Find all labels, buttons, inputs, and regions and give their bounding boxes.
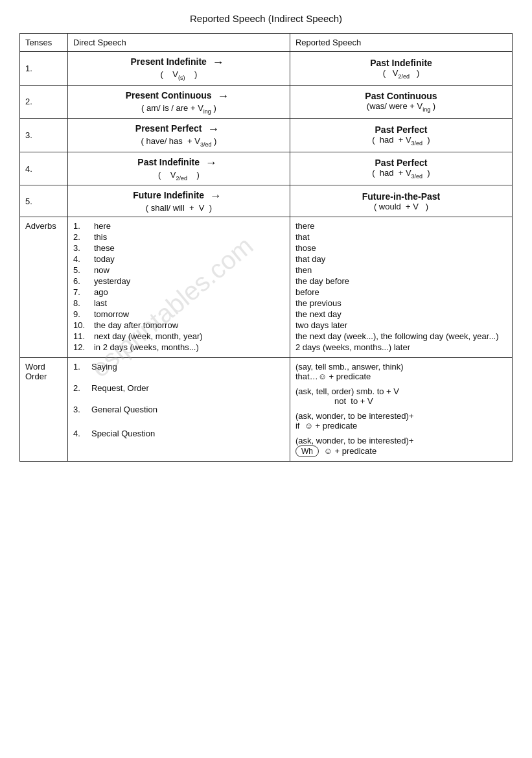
tense-direct-formula-1: ( V(s) ): [161, 69, 198, 79]
adverb-12-direct: 12.in 2 days (weeks, months...): [73, 342, 284, 352]
adverb-10-reported: two days later: [295, 320, 507, 330]
tense-reported-1: Past Indefinite ( V2/ed ): [290, 52, 512, 86]
main-table: Tenses Direct Speech Reported Speech 1. …: [19, 33, 513, 462]
header-direct: Direct Speech: [67, 34, 290, 52]
tense-row-5: 5. Future Indefinite → ( shall/ will + V…: [20, 185, 513, 217]
adverb-7-direct: 7.ago: [73, 287, 284, 297]
header-tenses: Tenses: [20, 34, 68, 52]
arrow-3: →: [207, 123, 219, 136]
tense-reported-formula-5: ( would + V ): [374, 202, 428, 211]
word-order-reported-col: (say, tell smb., answer, think) that…☺ +…: [290, 358, 512, 462]
header-reported: Reported Speech: [290, 34, 512, 52]
tense-direct-formula-4: ( V2/ed ): [158, 170, 200, 180]
adverb-8-direct: 8.last: [73, 298, 284, 308]
tense-num-4: 4.: [20, 152, 68, 185]
tense-num-3: 3.: [20, 119, 68, 152]
tense-direct-formula-3: ( have/ has + V3/ed ): [141, 136, 217, 146]
tense-reported-formula-2: (was/ were + Ving ): [367, 101, 435, 111]
adverb-7-reported: before: [295, 287, 507, 297]
adverb-4-reported: that day: [295, 254, 507, 264]
tense-direct-4: Past Indefinite → ( V2/ed ): [67, 152, 290, 185]
adverb-9-reported: the next day: [295, 309, 507, 319]
arrow-5: →: [210, 189, 222, 203]
tense-reported-formula-1: ( V2/ed ): [383, 68, 420, 78]
arrow-2: →: [217, 89, 229, 103]
tense-reported-3: Past Perfect ( had + V3/ed ): [290, 119, 512, 152]
arrow-1: →: [213, 56, 224, 69]
word-order-1-reported: (say, tell smb., answer, think) that…☺ +…: [295, 362, 507, 381]
tense-row-3: 3. Present Perfect → ( have/ has + V3/ed…: [20, 119, 513, 152]
tense-row-1: 1. Present Indefinite → ( V(s) ) Past In…: [20, 52, 513, 86]
tense-reported-name-5: Future-in-the-Past: [362, 191, 441, 202]
adverb-9-direct: 9.tomorrow: [73, 309, 284, 319]
tense-reported-name-2: Past Continuous: [365, 91, 437, 101]
word-order-2-reported: (ask, tell, order) smb. to + V not to + …: [295, 386, 507, 406]
tense-direct-formula-5: ( shall/ will + V ): [146, 203, 212, 213]
adverb-5-direct: 5.now: [73, 265, 284, 275]
adverb-8-reported: the previous: [295, 298, 507, 308]
word-order-direct-col: 1.Saying 2.Request, Order 3.General Ques…: [67, 358, 290, 462]
table-header-row: Tenses Direct Speech Reported Speech: [20, 34, 513, 52]
adverb-1-direct: 1.here: [73, 221, 284, 231]
adverb-4-direct: 4.today: [73, 254, 284, 264]
adverbs-reported-col: there that those that day then the day b…: [290, 217, 512, 358]
word-order-label: Word Order: [20, 358, 68, 462]
adverb-5-reported: then: [295, 265, 507, 275]
word-order-4-direct: 4.Special Question: [73, 429, 284, 438]
tense-row-2: 2. Present Continuous → ( am/ is / are +…: [20, 85, 513, 119]
adverb-12-reported: 2 days (weeks, months...) later: [295, 342, 507, 352]
tense-direct-5: Future Indefinite → ( shall/ will + V ): [67, 185, 290, 217]
tense-reported-2: Past Continuous (was/ were + Ving ): [290, 85, 512, 119]
tense-direct-name-5: Future Indefinite: [133, 190, 204, 200]
word-order-header-row: Word Order 1.Saying 2.Request, Order 3.G…: [20, 358, 513, 462]
adverb-11-reported: the next day (week...), the following da…: [295, 331, 507, 341]
tense-direct-formula-2: ( am/ is / are + Ving ): [141, 103, 216, 113]
adverbs-direct-col: 1.here 2.this 3.these 4.today 5.now 6.ye…: [67, 217, 290, 358]
tense-direct-name-4: Past Indefinite: [137, 157, 200, 167]
tense-direct-2: Present Continuous → ( am/ is / are + Vi…: [67, 85, 290, 119]
page-title: Reported Speech (Indirect Speech): [190, 13, 342, 24]
adverb-10-direct: 10.the day after tomorrow: [73, 320, 284, 330]
adverb-6-direct: 6.yesterday: [73, 276, 284, 286]
tense-reported-4: Past Perfect ( had + V3/ed ): [290, 152, 512, 185]
adverb-3-reported: those: [295, 243, 507, 253]
tense-num-2: 2.: [20, 85, 68, 119]
adverb-2-direct: 2.this: [73, 232, 284, 242]
adverb-3-direct: 3.these: [73, 243, 284, 253]
tense-reported-formula-3: ( had + V3/ed ): [372, 135, 430, 145]
arrow-4: →: [205, 156, 217, 170]
tense-direct-1: Present Indefinite → ( V(s) ): [67, 52, 290, 86]
wh-box: Wh: [295, 445, 319, 457]
adverb-6-reported: the day before: [295, 276, 507, 286]
word-order-3-reported: (ask, wonder, to be interested)+ if ☺ + …: [295, 411, 507, 431]
adverb-1-reported: there: [295, 221, 507, 231]
word-order-3-direct: 3.General Question: [73, 405, 284, 414]
tense-direct-name-1: Present Indefinite: [130, 56, 206, 67]
word-order-4-reported: (ask, wonder, to be interested)+ Wh ☺ + …: [295, 436, 507, 457]
adverbs-label: Adverbs: [20, 217, 68, 358]
tense-reported-name-4: Past Perfect: [375, 158, 428, 168]
adverbs-row: Adverbs 1.here 2.this 3.these 4.today 5.…: [20, 217, 513, 358]
word-order-2-direct: 2.Request, Order: [73, 383, 284, 393]
tense-reported-name-1: Past Indefinite: [370, 58, 432, 68]
tense-reported-name-3: Past Perfect: [375, 124, 428, 135]
tense-direct-name-2: Present Continuous: [126, 90, 212, 101]
tense-direct-3: Present Perfect → ( have/ has + V3/ed ): [67, 119, 290, 152]
tense-num-5: 5.: [20, 185, 68, 217]
adverb-2-reported: that: [295, 232, 507, 242]
tense-reported-5: Future-in-the-Past ( would + V ): [290, 185, 512, 217]
word-order-1-direct: 1.Saying: [73, 362, 284, 372]
adverb-11-direct: 11.next day (week, month, year): [73, 331, 284, 341]
tense-direct-name-3: Present Perfect: [135, 123, 202, 134]
tense-num-1: 1.: [20, 52, 68, 86]
tense-row-4: 4. Past Indefinite → ( V2/ed ) Past Perf…: [20, 152, 513, 185]
tense-reported-formula-4: ( had + V3/ed ): [372, 168, 430, 178]
